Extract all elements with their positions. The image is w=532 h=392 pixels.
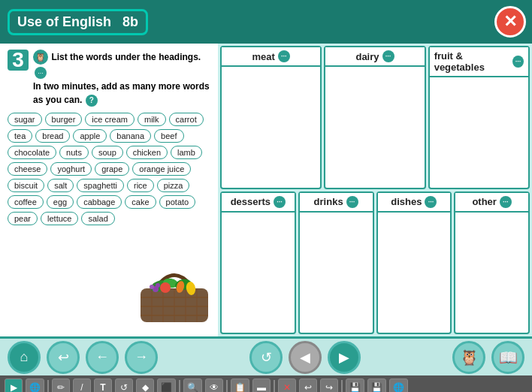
word-chip[interactable]: tea — [8, 129, 32, 143]
globe2-btn[interactable]: 🌐 — [389, 378, 408, 392]
category-drinks: drinks ··· — [298, 191, 374, 335]
dairy-dots-btn[interactable]: ··· — [382, 50, 394, 62]
text-btn[interactable]: T — [94, 378, 112, 392]
undo-status-btn[interactable]: ↩ — [299, 378, 317, 392]
category-dishes-header: dishes ··· — [378, 193, 451, 213]
word-chip[interactable]: lamb — [171, 146, 202, 159]
globe-btn[interactable]: 🌐 — [26, 378, 44, 392]
word-chip[interactable]: lettuce — [41, 212, 78, 225]
svg-point-12 — [160, 282, 171, 293]
word-chip[interactable]: pizza — [157, 179, 190, 192]
redo-status-btn[interactable]: ↪ — [320, 378, 338, 392]
word-chip[interactable]: potato — [159, 195, 196, 209]
search-btn[interactable]: 🔍 — [183, 378, 202, 392]
book-icon: 📖 — [499, 348, 518, 366]
word-chip[interactable]: cheese — [8, 162, 47, 176]
category-desserts-header: desserts ··· — [222, 193, 295, 213]
word-chip[interactable]: soup — [92, 146, 123, 159]
home-button[interactable]: ⌂ — [8, 341, 41, 374]
undo-icon: ↩ — [58, 349, 69, 366]
dishes-dots-btn[interactable]: ··· — [425, 196, 437, 208]
word-chip[interactable]: egg — [47, 195, 74, 209]
shape-btn[interactable]: ◆ — [136, 378, 154, 392]
word-chip[interactable]: milk — [138, 113, 166, 126]
sep2 — [179, 380, 180, 392]
word-chip[interactable]: banana — [110, 129, 151, 143]
next-arrow-button[interactable]: ▶ — [328, 341, 361, 374]
fruit-veg-dots-btn[interactable]: ··· — [512, 56, 524, 68]
category-dairy: dairy ··· — [324, 46, 425, 189]
other-dots-btn[interactable]: ··· — [500, 196, 512, 208]
dishes-body[interactable] — [378, 213, 451, 333]
category-drinks-header: drinks ··· — [300, 193, 373, 213]
word-chip[interactable]: bread — [35, 129, 70, 143]
forward-button[interactable]: → — [125, 341, 158, 374]
category-other-header: other ··· — [455, 193, 528, 213]
slash-btn[interactable]: / — [73, 378, 91, 392]
rect-btn[interactable]: ⬛ — [157, 378, 176, 392]
sep4 — [274, 380, 275, 392]
play-btn[interactable]: ▶ — [5, 378, 23, 392]
meat-body[interactable] — [222, 67, 320, 188]
word-chip[interactable]: cabbage — [77, 195, 122, 209]
clipboard-btn[interactable]: 📋 — [231, 378, 249, 392]
word-chip[interactable]: orange juice — [132, 162, 191, 176]
close-button[interactable]: ✕ — [494, 6, 526, 38]
book-button[interactable]: 📖 — [491, 341, 524, 374]
app-title: Use of English — [17, 14, 111, 29]
save2-btn[interactable]: 💾 — [367, 378, 386, 392]
word-chip[interactable]: ice cream — [85, 113, 135, 126]
delete-btn[interactable]: ✕ — [278, 378, 296, 392]
word-chip[interactable]: sugar — [8, 113, 42, 126]
prev-arrow-button[interactable]: ◀ — [289, 341, 322, 374]
eye-btn[interactable]: 👁 — [205, 378, 223, 392]
rotate-btn[interactable]: ↺ — [115, 378, 133, 392]
desserts-body[interactable] — [222, 213, 295, 333]
word-chip[interactable]: chocolate — [8, 146, 56, 159]
word-chip[interactable]: chicken — [126, 146, 168, 159]
owl-button[interactable]: 🦉 — [452, 341, 485, 374]
save-btn[interactable]: 💾 — [346, 378, 364, 392]
word-chip[interactable]: salt — [47, 179, 74, 192]
word-chip[interactable]: spaghetti — [77, 179, 124, 192]
word-chip[interactable]: grape — [95, 162, 129, 176]
help-icon[interactable]: ? — [86, 95, 98, 107]
word-chip[interactable]: nuts — [59, 146, 89, 159]
word-chip[interactable]: yoghurt — [50, 162, 92, 176]
word-chip[interactable]: beef — [154, 129, 183, 143]
other-body[interactable] — [455, 213, 528, 333]
back-button[interactable]: ← — [86, 341, 119, 374]
category-meat-header: meat ··· — [222, 47, 320, 67]
dairy-body[interactable] — [325, 67, 424, 188]
sep1 — [47, 380, 49, 392]
word-chip[interactable]: pear — [8, 212, 38, 225]
instruction-line1: List the words under the headings. — [51, 52, 201, 62]
word-chip[interactable]: biscuit — [8, 179, 44, 192]
prev-arrow-icon: ◀ — [300, 349, 310, 366]
minus-btn[interactable]: ▬ — [252, 378, 271, 392]
word-chip[interactable]: burger — [45, 113, 83, 126]
svg-point-16 — [150, 285, 154, 289]
drinks-dots-btn[interactable]: ··· — [346, 196, 358, 208]
word-chip[interactable]: apple — [73, 129, 107, 143]
word-chip[interactable]: salad — [81, 212, 114, 225]
meat-label: meat — [252, 51, 274, 62]
pencil-btn[interactable]: ✏ — [52, 378, 70, 392]
word-chip[interactable]: carrot — [169, 113, 204, 126]
word-chip[interactable]: coffee — [8, 195, 44, 209]
instructions-block: 3 🦉 List the words under the headings. ·… — [8, 50, 210, 107]
drinks-body[interactable] — [300, 213, 373, 333]
undo-button[interactable]: ↩ — [47, 341, 80, 374]
circular-button[interactable]: ↺ — [249, 341, 283, 374]
meat-dots-btn[interactable]: ··· — [278, 50, 290, 62]
sep5 — [341, 380, 343, 392]
category-desserts: desserts ··· — [220, 191, 296, 335]
category-other: other ··· — [454, 191, 530, 335]
dots-icon-1[interactable]: ··· — [35, 67, 47, 79]
right-panel: meat ··· dairy ··· fruit & vegetables ··… — [218, 44, 532, 336]
word-chip[interactable]: cake — [125, 195, 156, 209]
desserts-dots-btn[interactable]: ··· — [274, 196, 286, 208]
word-chip[interactable]: rice — [127, 179, 154, 192]
fruit-veg-body[interactable] — [430, 77, 528, 188]
main-content: 3 🦉 List the words under the headings. ·… — [0, 44, 532, 336]
